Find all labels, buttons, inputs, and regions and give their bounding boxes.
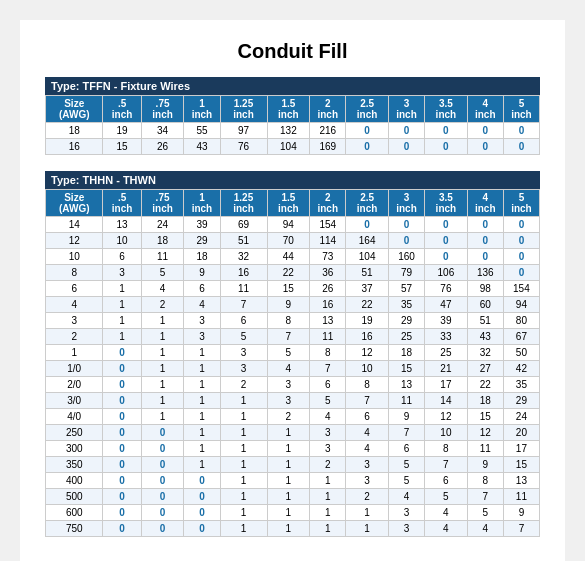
table-cell: 15 xyxy=(103,139,141,155)
table-cell: 0 xyxy=(103,441,141,457)
table-cell: 600 xyxy=(46,505,103,521)
table-cell: 0 xyxy=(103,521,141,537)
table-cell: 400 xyxy=(46,473,103,489)
table-cell: 97 xyxy=(220,123,267,139)
thhn-section: Type: THHN - THWN Size (AWG).5 inch.75 i… xyxy=(45,171,540,537)
table-cell: 3 xyxy=(46,313,103,329)
table-row: 181934559713221600000 xyxy=(46,123,540,139)
table-cell: 750 xyxy=(46,521,103,537)
table-cell: 14 xyxy=(46,217,103,233)
col-header: 1 inch xyxy=(184,96,220,123)
table-cell: 300 xyxy=(46,441,103,457)
table-cell: 0 xyxy=(346,217,389,233)
table-cell: 3 xyxy=(388,505,424,521)
col-header: .75 inch xyxy=(141,96,184,123)
table-cell: 5 xyxy=(388,473,424,489)
table-cell: 18 xyxy=(388,345,424,361)
table-cell: 0 xyxy=(467,233,503,249)
table-cell: 0 xyxy=(103,505,141,521)
table-cell: 11 xyxy=(467,441,503,457)
table-cell: 1 xyxy=(346,505,389,521)
table-cell: 9 xyxy=(388,409,424,425)
table-cell: 0 xyxy=(141,457,184,473)
table-cell: 0 xyxy=(141,473,184,489)
table-cell: 169 xyxy=(310,139,346,155)
table-cell: 1 xyxy=(310,521,346,537)
table-cell: 1 xyxy=(141,361,184,377)
table-cell: 8 xyxy=(346,377,389,393)
table-cell: 104 xyxy=(346,249,389,265)
table-cell: 7 xyxy=(220,297,267,313)
table-cell: 20 xyxy=(503,425,539,441)
table-cell: 0 xyxy=(425,123,468,139)
table-row: 1210182951701141640000 xyxy=(46,233,540,249)
table-cell: 35 xyxy=(503,377,539,393)
table-cell: 60 xyxy=(467,297,503,313)
table-cell: 250 xyxy=(46,425,103,441)
table-cell: 1 xyxy=(184,345,220,361)
table-cell: 4 xyxy=(184,297,220,313)
table-cell: 154 xyxy=(310,217,346,233)
table-cell: 7 xyxy=(267,329,310,345)
table-cell: 4 xyxy=(346,425,389,441)
table-cell: 57 xyxy=(388,281,424,297)
table-cell: 1 xyxy=(184,361,220,377)
table-cell: 1 xyxy=(103,329,141,345)
table-cell: 2 xyxy=(220,377,267,393)
table-cell: 0 xyxy=(388,139,424,155)
table-row: 3/0011135711141829 xyxy=(46,393,540,409)
table-cell: 154 xyxy=(503,281,539,297)
table-cell: 43 xyxy=(184,139,220,155)
table-cell: 27 xyxy=(467,361,503,377)
table-row: 500000111245711 xyxy=(46,489,540,505)
table-cell: 55 xyxy=(184,123,220,139)
table-cell: 0 xyxy=(184,489,220,505)
table-cell: 0 xyxy=(503,249,539,265)
col-header: 3 inch xyxy=(388,190,424,217)
table-row: 75000011113447 xyxy=(46,521,540,537)
col-header: 1.25 inch xyxy=(220,96,267,123)
table-row: 2/0011236813172235 xyxy=(46,377,540,393)
col-header: 2.5 inch xyxy=(346,96,389,123)
table-cell: 3 xyxy=(103,265,141,281)
table-cell: 24 xyxy=(141,217,184,233)
table-cell: 24 xyxy=(503,409,539,425)
table-row: 211357111625334367 xyxy=(46,329,540,345)
table-cell: 1 xyxy=(267,457,310,473)
table-cell: 8 xyxy=(467,473,503,489)
table-cell: 15 xyxy=(388,361,424,377)
table-cell: 6 xyxy=(425,473,468,489)
table-cell: 1 xyxy=(220,457,267,473)
table-cell: 2 xyxy=(310,457,346,473)
table-cell: 12 xyxy=(346,345,389,361)
table-cell: 9 xyxy=(503,505,539,521)
col-header: 3.5 inch xyxy=(425,190,468,217)
table-cell: 47 xyxy=(425,297,468,313)
table-row: 25000111347101220 xyxy=(46,425,540,441)
table-cell: 11 xyxy=(503,489,539,505)
table-cell: 1 xyxy=(220,521,267,537)
table-cell: 11 xyxy=(141,249,184,265)
col-header: 1.25 inch xyxy=(220,190,267,217)
table-cell: 1 xyxy=(310,489,346,505)
table-cell: 0 xyxy=(503,233,539,249)
table-cell: 0 xyxy=(467,139,503,155)
table-cell: 1 xyxy=(220,441,267,457)
table-cell: 0 xyxy=(184,505,220,521)
tffn-header: Type: TFFN - Fixture Wires xyxy=(45,77,540,95)
table-cell: 0 xyxy=(141,489,184,505)
col-header: 2 inch xyxy=(310,96,346,123)
table-cell: 7 xyxy=(503,521,539,537)
table-cell: 0 xyxy=(103,377,141,393)
table-cell: 2 xyxy=(346,489,389,505)
table-row: 412479162235476094 xyxy=(46,297,540,313)
table-cell: 39 xyxy=(425,313,468,329)
table-cell: 500 xyxy=(46,489,103,505)
table-cell: 2 xyxy=(141,297,184,313)
table-cell: 10 xyxy=(346,361,389,377)
table-cell: 32 xyxy=(467,345,503,361)
col-header: 5 inch xyxy=(503,96,539,123)
table-cell: 1 xyxy=(184,409,220,425)
table-cell: 1 xyxy=(141,345,184,361)
table-cell: 16 xyxy=(310,297,346,313)
